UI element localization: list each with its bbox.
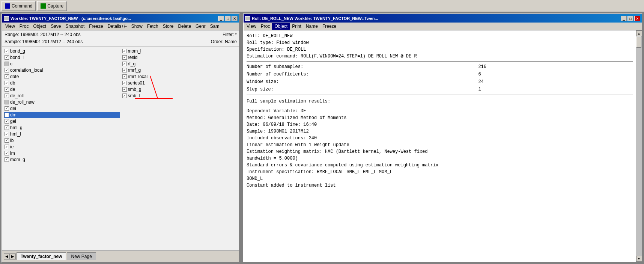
roll-minimize[interactable]: _: [621, 16, 627, 21]
scroll-up[interactable]: ▲: [636, 30, 642, 36]
roll-controls: _ □ ✕: [621, 16, 640, 21]
var-bond-l[interactable]: bond_l: [4, 54, 120, 60]
divider-1: [247, 61, 633, 62]
var-checkbox-rmrf-local[interactable]: [122, 74, 127, 79]
var-dei[interactable]: dei: [4, 106, 120, 112]
var-checkbox-smb-l[interactable]: [122, 94, 127, 98]
var-checkbox-de[interactable]: [5, 87, 9, 92]
var-de[interactable]: de: [4, 86, 120, 92]
var-hml-g[interactable]: hml_g: [4, 125, 120, 131]
roll-close[interactable]: ✕: [634, 16, 640, 21]
var-checkbox-date[interactable]: [5, 74, 9, 79]
var-checkbox-hml-l[interactable]: [5, 132, 9, 136]
var-column-1: bond_g bond_l c correlation_local date: [4, 48, 120, 249]
var-db[interactable]: db: [4, 80, 120, 86]
var-de-roll-new[interactable]: de_roll_new: [4, 99, 120, 105]
var-checkbox-de-roll-new[interactable]: [5, 100, 9, 104]
var-mom-g[interactable]: mom_g: [4, 157, 120, 163]
menu-object[interactable]: Object: [31, 23, 48, 30]
var-rmrf-g[interactable]: rmrf_g: [122, 67, 238, 73]
roll-menu-print[interactable]: Print: [290, 23, 304, 30]
menu-view[interactable]: View: [3, 23, 17, 30]
roll-title: Roll: DE_ROLL_NEW Workfile: TWENTY_FACTO…: [252, 16, 378, 21]
roll-menu-name[interactable]: Name: [304, 23, 320, 30]
sample-info: Sample: 1998M01 2017M12 -- 240 obs: [5, 38, 83, 45]
instrument-spec-line: Instrument specification: RMRF_LOCAL SMB…: [247, 169, 633, 175]
var-checkbox-mom-g[interactable]: [5, 157, 9, 162]
var-checkbox-hml-g[interactable]: [5, 125, 9, 130]
var-checkbox-bond-l[interactable]: [5, 55, 9, 60]
var-ie[interactable]: ie: [4, 144, 120, 150]
var-checkbox-mom-l[interactable]: [122, 49, 127, 53]
var-rmrf-local[interactable]: rmrf_local: [122, 74, 238, 80]
menu-sam[interactable]: Sam: [208, 23, 222, 30]
roll-maximize[interactable]: □: [627, 16, 633, 21]
var-smb-g[interactable]: smb_g: [122, 86, 238, 92]
stats-row-subsamples: Number of subsamples: 216: [247, 63, 633, 71]
var-de-roll[interactable]: de_roll: [4, 93, 120, 99]
var-hml-l[interactable]: hml_l: [4, 131, 120, 137]
var-checkbox-ib[interactable]: [5, 138, 9, 143]
scroll-down[interactable]: ▼: [636, 256, 642, 262]
var-correlation-local[interactable]: correlation_local: [4, 67, 120, 73]
roll-menu-proc[interactable]: Proc: [259, 23, 272, 30]
roll-menu-object[interactable]: Object: [272, 23, 290, 30]
menu-freeze[interactable]: Freeze: [87, 23, 105, 30]
range-info: Range: 1998M01 2017M12 -- 240 obs: [5, 31, 81, 38]
menu-save[interactable]: Save: [48, 23, 63, 30]
var-checkbox-dm[interactable]: [5, 113, 9, 117]
menu-store[interactable]: Store: [161, 23, 176, 30]
menu-delete[interactable]: Delete: [176, 23, 193, 30]
menu-genr[interactable]: Genr: [193, 23, 208, 30]
var-checkbox-im[interactable]: [5, 151, 9, 155]
menu-snapshot[interactable]: Snapshot: [63, 23, 87, 30]
var-date[interactable]: date: [4, 74, 120, 80]
var-checkbox-de-roll[interactable]: [5, 94, 9, 98]
bandwidth-line: bandwidth = 5.0000): [247, 155, 633, 162]
menu-fetch[interactable]: Fetch: [145, 23, 161, 30]
var-series01[interactable]: series01: [122, 80, 238, 86]
tab-prev[interactable]: ◀: [4, 253, 10, 259]
roll-menubar: View Proc Object Print Name Freeze: [244, 23, 642, 30]
menu-details[interactable]: Details+/-: [105, 23, 129, 30]
var-checkbox-corr[interactable]: [5, 68, 9, 72]
date-line: Date: 06/09/18 Time: 16:40: [247, 121, 633, 128]
tab-twenty-factor[interactable]: Twenty_factor_new: [17, 252, 66, 260]
var-checkbox-rf-g[interactable]: [122, 62, 127, 66]
var-checkbox-gei[interactable]: [5, 119, 9, 124]
var-ib[interactable]: ib: [4, 137, 120, 143]
roll-menu-freeze[interactable]: Freeze: [320, 23, 339, 30]
var-resid[interactable]: resid: [122, 54, 238, 60]
scroll-thumb[interactable]: [636, 36, 641, 48]
workfile-minimize[interactable]: _: [218, 16, 224, 21]
var-checkbox-dei[interactable]: [5, 106, 9, 111]
command-button[interactable]: Command: [2, 1, 36, 11]
menu-proc[interactable]: Proc: [17, 23, 31, 30]
scroll-track[interactable]: [636, 36, 642, 256]
var-c[interactable]: c: [4, 61, 120, 67]
var-dm[interactable]: dm: [4, 112, 120, 118]
tab-new-page[interactable]: New Page: [67, 252, 96, 260]
var-smb-l[interactable]: smb_l: [122, 93, 238, 99]
var-im[interactable]: im: [4, 150, 120, 156]
var-checkbox-rmrf-g[interactable]: [122, 68, 127, 72]
var-checkbox-bond-g[interactable]: [5, 49, 9, 53]
tab-next[interactable]: ▶: [10, 253, 16, 259]
var-checkbox-ie[interactable]: [5, 145, 9, 149]
var-bond-g[interactable]: bond_g: [4, 48, 120, 54]
var-mom-l[interactable]: mom_l: [122, 48, 238, 54]
var-gei[interactable]: gei: [4, 118, 120, 124]
var-rf-g[interactable]: rf_g: [122, 61, 238, 67]
var-checkbox-c[interactable]: [5, 62, 9, 66]
stats-row-step: Step size: 1: [247, 86, 633, 93]
workfile-close[interactable]: ✕: [232, 16, 238, 21]
var-checkbox-series01[interactable]: [122, 81, 127, 85]
capture-button[interactable]: Capture: [37, 1, 67, 11]
menu-show[interactable]: Show: [129, 23, 145, 30]
var-checkbox-db[interactable]: [5, 81, 9, 85]
roll-menu-view[interactable]: View: [244, 23, 259, 30]
var-checkbox-resid[interactable]: [122, 55, 127, 60]
var-checkbox-smb-g[interactable]: [122, 87, 127, 92]
subsamples-value: 216: [478, 63, 633, 71]
workfile-maximize[interactable]: □: [225, 16, 231, 21]
